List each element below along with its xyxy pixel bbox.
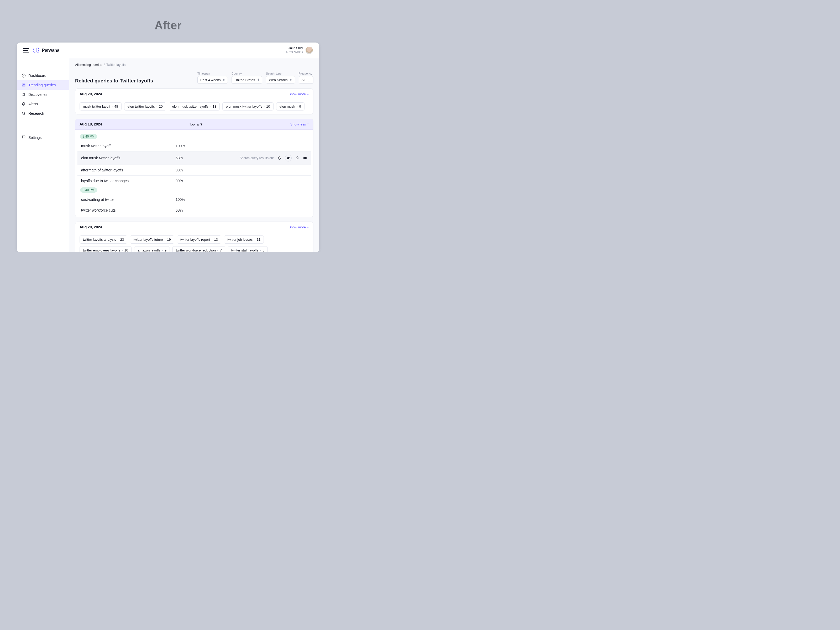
query-row[interactable]: twitter workforce cuts68% (77, 205, 311, 216)
query-percent: 100% (175, 144, 185, 148)
time-badge: 3:40 PM (80, 134, 97, 139)
filter-lines-icon (307, 79, 311, 81)
query-row[interactable]: layoffs due to twitter changes99% (77, 175, 311, 186)
app-window: Parwana Jake Sully 4023 credits Dashboar… (17, 43, 319, 252)
breadcrumb-current: Twitter layoffs (106, 63, 125, 67)
menu-toggle-icon[interactable] (23, 48, 29, 52)
query-text: layoffs due to twitter changes (81, 179, 175, 183)
chips-row: twitter layoffs analysis - 23twitter lay… (75, 232, 313, 252)
chips-row: musk twitter layoff - 48elon twitter lay… (75, 99, 313, 114)
filter-country-select[interactable]: United States ▲▼ (232, 76, 262, 84)
sidebar-item-trending-queries[interactable]: Trending queries (17, 81, 69, 90)
trend-icon (22, 83, 26, 87)
query-chip[interactable]: elon musk twitter layoffs - 10 (222, 103, 273, 111)
query-row[interactable]: elon musk twitter layoffs68%Search query… (77, 152, 311, 165)
chip-count: 13 (214, 238, 218, 242)
sidebar-item-alerts[interactable]: Alerts (17, 99, 69, 109)
megaphone-icon (22, 92, 26, 96)
card-date: Aug 20, 2024 (79, 225, 102, 229)
chevron-down-icon: ⌄ (307, 226, 309, 229)
chip-text: musk twitter layoff (83, 104, 110, 108)
svg-point-7 (297, 158, 298, 158)
svg-point-6 (297, 158, 297, 158)
filter-country-label: Country (232, 72, 262, 75)
query-chip[interactable]: twitter job losses - 11 (224, 235, 264, 243)
chip-text: twitter job losses (227, 238, 253, 242)
page-title: Related queries to Twitter layoffs (75, 78, 194, 84)
query-text: cost-cutting at twitter (81, 197, 175, 202)
sidebar: DashboardTrending queriesDiscoveriesAler… (17, 58, 69, 252)
sort-dropdown[interactable]: Top ▲▼ (189, 122, 203, 126)
bell-icon (22, 102, 26, 106)
query-row[interactable]: cost-cutting at twitter100% (77, 194, 311, 205)
main-content: All trending queries / Twitter layoffs R… (69, 58, 319, 252)
twitter-icon[interactable] (285, 155, 292, 161)
query-percent: 99% (175, 179, 183, 183)
chip-count: 13 (213, 104, 216, 108)
breadcrumb-root[interactable]: All trending queries (75, 63, 102, 67)
svg-point-3 (22, 112, 25, 114)
youtube-icon[interactable] (303, 156, 307, 160)
filter-frequency-value: All (302, 78, 305, 82)
query-chip[interactable]: elon twitter layoffs - 20 (124, 103, 166, 111)
chip-count: 10 (266, 104, 270, 108)
chip-text: twitter employees layoffs (83, 248, 120, 252)
filter-timespan-value: Past 4 weeks (200, 78, 221, 82)
query-chip[interactable]: twitter layoffs analysis - 23 (79, 235, 127, 243)
query-row[interactable]: musk twitter layoff100% (77, 141, 311, 152)
svg-point-4 (23, 137, 24, 138)
sidebar-item-label: Dashboard (28, 74, 46, 78)
filter-timespan-select[interactable]: Past 4 weeks ▲▼ (197, 76, 228, 84)
query-chip[interactable]: twitter layoffs future - 19 (130, 235, 174, 243)
sidebar-item-research[interactable]: Research (17, 109, 69, 118)
filter-searchtype-value: Web Search (269, 78, 287, 82)
query-chip[interactable]: twitter staff layoffs - 5 (228, 246, 268, 252)
chip-count: 19 (167, 238, 171, 242)
query-percent: 100% (175, 197, 185, 202)
chip-count: 5 (262, 248, 264, 252)
query-chip[interactable]: twitter workforce reduction - 7 (172, 246, 225, 252)
filter-frequency-label: Frequency (299, 72, 313, 75)
filter-searchtype-label: Search type (266, 72, 295, 75)
avatar[interactable] (306, 47, 313, 54)
filter-frequency-select[interactable]: All (299, 76, 313, 84)
sidebar-item-discoveries[interactable]: Discoveries (17, 90, 69, 99)
chip-text: twitter staff layoffs (231, 248, 259, 252)
query-group-card: Aug 20, 2024Show more ⌄musk twitter layo… (75, 88, 313, 114)
svg-point-10 (298, 156, 298, 157)
chip-text: elon musk twitter layoffs (172, 104, 208, 108)
time-badge: 8:40 PM (80, 188, 97, 193)
filter-searchtype-select[interactable]: Web Search ▲▼ (266, 76, 295, 84)
sidebar-item-settings[interactable]: Settings (17, 133, 69, 142)
google-icon[interactable] (277, 156, 282, 160)
query-chip[interactable]: amazon layoffs - 9 (134, 246, 170, 252)
query-chip[interactable]: twitter employees layoffs - 10 (79, 246, 131, 252)
sidebar-item-label: Alerts (28, 102, 38, 106)
chevron-down-icon: ⌄ (307, 93, 309, 96)
card-header: Aug 20, 2024Show more ⌄ (75, 222, 313, 232)
filter-timespan-label: Timespan (197, 72, 228, 75)
user-menu[interactable]: Jake Sully 4023 credits (286, 46, 313, 54)
toggle-expand-button[interactable]: Show more ⌄ (289, 92, 309, 96)
query-group-card: Aug 20, 2024Show more ⌄twitter layoffs a… (75, 221, 313, 252)
query-chip[interactable]: elon musk - 9 (276, 103, 305, 111)
card-header: Aug 18, 2024Top ▲▼Show less ⌃ (75, 119, 313, 129)
query-row[interactable]: aftermath of twitter layoffs99% (77, 165, 311, 175)
chip-text: elon twitter layoffs (128, 104, 155, 108)
query-text: aftermath of twitter layoffs (81, 168, 175, 172)
toggle-expand-button[interactable]: Show less ⌃ (291, 122, 309, 126)
sidebar-item-dashboard[interactable]: Dashboard (17, 71, 69, 81)
stepper-icon: ▲▼ (223, 79, 225, 82)
logo[interactable]: Parwana (33, 47, 59, 53)
query-chip[interactable]: musk twitter layoff - 48 (79, 103, 122, 111)
results-on-label: Search query results on: (240, 156, 274, 160)
query-chip[interactable]: elon musk twitter layoffs - 13 (169, 103, 220, 111)
toggle-expand-button[interactable]: Show more ⌄ (289, 225, 309, 229)
query-chip[interactable]: twitter layoffs report - 13 (177, 235, 221, 243)
butterfly-icon (33, 47, 40, 53)
reddit-icon[interactable] (295, 156, 300, 160)
chip-text: twitter layoffs future (133, 238, 163, 242)
query-text: twitter workforce cuts (81, 208, 175, 212)
gauge-icon (22, 74, 26, 78)
stepper-icon: ▲▼ (196, 122, 203, 126)
